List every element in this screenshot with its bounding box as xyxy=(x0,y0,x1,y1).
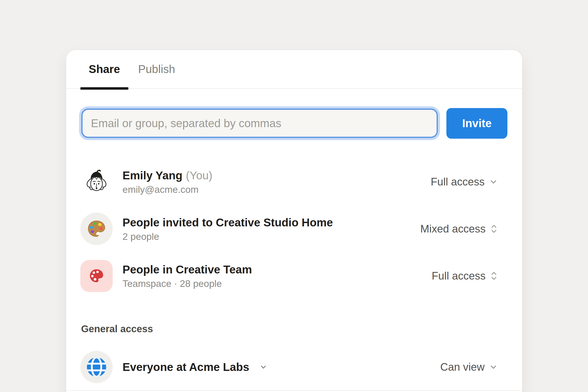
general-access-row: Everyone at Acme Labs Can view xyxy=(80,351,498,383)
member-name: People in Creative Team xyxy=(122,262,252,277)
chevron-down-icon xyxy=(259,362,268,372)
member-name-text: Emily Yang xyxy=(122,168,182,183)
avatar-circle xyxy=(80,213,113,245)
tab-share-label: Share xyxy=(89,62,120,76)
tab-publish[interactable]: Publish xyxy=(138,50,175,88)
chevron-down-icon xyxy=(488,362,498,372)
member-text: People in Creative Team Teamspace · 28 p… xyxy=(122,262,252,290)
access-dropdown-everyone[interactable]: Can view xyxy=(440,361,498,373)
person-illustration-icon xyxy=(84,168,109,195)
chevron-up-down-icon xyxy=(490,223,498,235)
teamspace-tile xyxy=(80,260,113,292)
access-dropdown-invited-group[interactable]: Mixed access xyxy=(420,223,498,235)
email-or-group-input[interactable] xyxy=(81,108,438,138)
avatar-circle xyxy=(80,351,113,383)
page-background: { "window": { "background_color": "#f1f0… xyxy=(0,0,588,392)
member-name-text: People in Creative Team xyxy=(122,262,252,277)
member-row-invited-group: People invited to Creative Studio Home 2… xyxy=(80,213,498,245)
member-text: Everyone at Acme Labs xyxy=(122,360,268,374)
members-list: Emily Yang (You) emily@acme.com Full acc… xyxy=(66,166,522,292)
everyone-scope-label: Everyone at Acme Labs xyxy=(122,360,249,374)
globe-icon xyxy=(86,356,107,378)
member-name: People invited to Creative Studio Home xyxy=(122,215,333,230)
avatar xyxy=(80,351,113,383)
tab-share[interactable]: Share xyxy=(80,50,128,88)
member-name-text: People invited to Creative Studio Home xyxy=(122,215,333,230)
avatar xyxy=(80,166,113,198)
general-access-section: Everyone at Acme Labs Can view xyxy=(66,351,522,383)
dialog-tab-bar: Share Publish xyxy=(66,50,522,89)
invite-row: Invite xyxy=(66,89,522,140)
member-text: People invited to Creative Studio Home 2… xyxy=(122,215,333,242)
member-email: emily@acme.com xyxy=(122,184,212,196)
footer-divider xyxy=(66,390,522,391)
avatar xyxy=(80,260,113,292)
red-palette-teamspace-icon xyxy=(88,267,105,285)
member-count: 2 people xyxy=(122,231,333,242)
access-label: Full access xyxy=(432,270,486,282)
access-label: Full access xyxy=(431,176,484,188)
share-dialog: Share Publish Invite xyxy=(66,50,522,392)
general-access-heading: General access xyxy=(81,323,522,335)
access-label: Can view xyxy=(440,361,484,373)
invite-button[interactable]: Invite xyxy=(446,108,508,139)
access-dropdown-creative-team[interactable]: Full access xyxy=(432,270,498,282)
member-teamspace-info: Teamspace · 28 people xyxy=(122,278,252,290)
chevron-down-icon xyxy=(488,177,498,187)
chevron-up-down-icon xyxy=(490,270,498,282)
member-row-emily: Emily Yang (You) emily@acme.com Full acc… xyxy=(80,166,498,198)
access-dropdown-emily[interactable]: Full access xyxy=(431,176,498,188)
access-label: Mixed access xyxy=(420,223,486,235)
artist-palette-emoji-icon xyxy=(86,218,107,239)
everyone-scope-dropdown[interactable]: Everyone at Acme Labs xyxy=(122,360,268,374)
member-you-suffix: (You) xyxy=(186,168,212,183)
member-row-creative-team: People in Creative Team Teamspace · 28 p… xyxy=(80,260,498,292)
tab-publish-label: Publish xyxy=(138,62,175,76)
member-name: Emily Yang (You) xyxy=(122,168,212,183)
avatar xyxy=(80,213,113,245)
member-text: Emily Yang (You) emily@acme.com xyxy=(122,168,212,196)
